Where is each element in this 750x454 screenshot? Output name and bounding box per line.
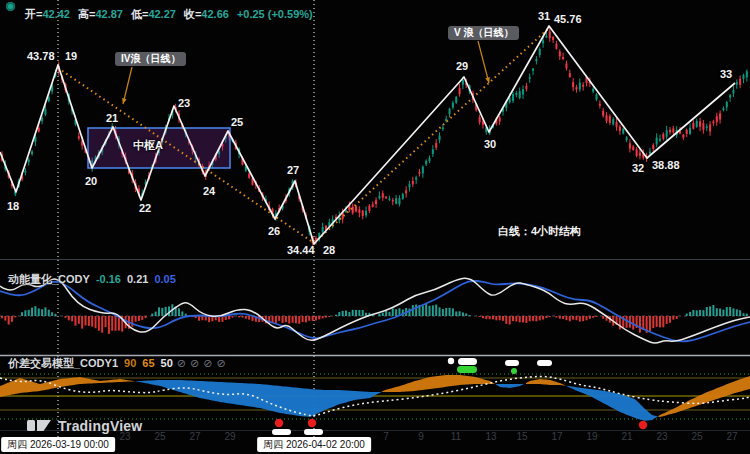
indicator-value: 50 bbox=[161, 357, 173, 369]
indicator-value: 0.05 bbox=[154, 273, 175, 285]
pivot-label-19: 19 bbox=[65, 51, 77, 62]
pivot-label-27: 27 bbox=[287, 165, 299, 176]
pivot-label-31: 31 bbox=[538, 11, 550, 22]
change-value: +0.25 (+0.59%) bbox=[237, 8, 313, 20]
pivot-label-24: 24 bbox=[203, 186, 215, 197]
time-axis-label: 19 bbox=[586, 431, 597, 442]
time-axis-label: 25 bbox=[691, 431, 702, 442]
pivot-label-23: 23 bbox=[178, 98, 190, 109]
price-label: 43.78 bbox=[27, 51, 55, 62]
wave4-annotation[interactable]: IV浪（日线） bbox=[115, 52, 186, 66]
time-axis-label: 11 bbox=[451, 431, 461, 442]
ohlc-label: 低= bbox=[131, 8, 148, 20]
wave5-annotation[interactable]: V 浪（日线） bbox=[448, 26, 519, 40]
pivot-label-29: 29 bbox=[456, 61, 468, 72]
time-axis-label: 27 bbox=[726, 431, 737, 442]
time-axis-label: 15 bbox=[516, 431, 527, 442]
tradingview-logo[interactable]: TradingView bbox=[26, 417, 142, 434]
ohlc-value: 42.42 bbox=[42, 8, 70, 20]
pivot-label-26: 26 bbox=[268, 226, 280, 237]
pivot-label-21: 21 bbox=[106, 113, 118, 124]
time-axis-label: 21 bbox=[621, 431, 632, 442]
ohlc-value: 42.87 bbox=[95, 8, 123, 20]
time-axis-label: 17 bbox=[551, 431, 562, 442]
price-label: 38.88 bbox=[652, 160, 680, 171]
ohlc-value: 42.27 bbox=[148, 8, 176, 20]
pivot-label-22: 22 bbox=[139, 203, 151, 214]
panel2-title-row[interactable]: 价差交易模型_CODY1906550⊘⊘⊘⊘ bbox=[8, 356, 226, 371]
hidden-eye-icon[interactable]: ⊘ bbox=[190, 357, 199, 369]
structure-note: 白线：4小时结构 bbox=[498, 226, 581, 237]
panel1-slow-line bbox=[0, 281, 750, 342]
time-axis-label: 7 bbox=[383, 431, 389, 442]
time-axis-label: 9 bbox=[418, 431, 424, 442]
panel2-ribbon bbox=[0, 375, 750, 421]
panel1-fast-line bbox=[0, 278, 750, 343]
time-axis-label: 25 bbox=[154, 431, 165, 442]
panel2-title: 价差交易模型_CODY1 bbox=[8, 357, 118, 369]
indicator-value: 65 bbox=[142, 357, 154, 369]
panel1-histogram bbox=[1, 304, 748, 334]
ohlc-label: 开= bbox=[25, 8, 42, 20]
pivot-label-25: 25 bbox=[231, 117, 243, 128]
indicator-value: 90 bbox=[124, 357, 136, 369]
panel1-title-row[interactable]: 动能量化_CODY-0.160.210.05 bbox=[8, 272, 176, 287]
tradingview-chart-window: 开=42.42高=42.87低=42.27收=42.66+0.25 (+0.59… bbox=[0, 0, 750, 454]
hub-label: 中枢A bbox=[133, 140, 163, 151]
time-axis-label: 27 bbox=[189, 431, 200, 442]
ohlc-value: 42.66 bbox=[201, 8, 229, 20]
hidden-eye-icon[interactable]: ⊘ bbox=[203, 357, 212, 369]
time-axis-label: 13 bbox=[485, 431, 496, 442]
crosshair-date-box: 周四 2026-04-02 20:00 bbox=[257, 437, 371, 452]
tradingview-logo-icon bbox=[26, 417, 52, 434]
pivot-label-30: 30 bbox=[484, 139, 496, 150]
price-label: 45.76 bbox=[554, 14, 582, 25]
pivot-label-20: 20 bbox=[85, 176, 97, 187]
ohlc-label: 高= bbox=[78, 8, 95, 20]
ohlc-label: 收= bbox=[184, 8, 201, 20]
tradingview-logo-text: TradingView bbox=[58, 418, 142, 434]
ohlc-legend[interactable]: 开=42.42高=42.87低=42.27收=42.66+0.25 (+0.59… bbox=[25, 7, 313, 22]
indicator-value: -0.16 bbox=[96, 273, 121, 285]
series-status-icon[interactable] bbox=[6, 2, 15, 11]
pivot-label-18: 18 bbox=[7, 201, 19, 212]
time-axis-label: 29 bbox=[224, 431, 235, 442]
price-label: 34.44 bbox=[287, 245, 315, 256]
pivot-label-33: 33 bbox=[720, 69, 732, 80]
pivot-label-28: 28 bbox=[323, 245, 335, 256]
crosshair-date-box: 周四 2026-03-19 00:00 bbox=[1, 437, 115, 452]
hidden-eye-icon[interactable]: ⊘ bbox=[216, 357, 225, 369]
time-axis-label: 23 bbox=[656, 431, 667, 442]
pivot-label-32: 32 bbox=[632, 163, 644, 174]
panel1-title: 动能量化_CODY bbox=[8, 273, 90, 285]
indicator-value: 0.21 bbox=[127, 273, 148, 285]
hidden-eye-icon[interactable]: ⊘ bbox=[177, 357, 186, 369]
chart-canvas[interactable] bbox=[0, 0, 750, 454]
